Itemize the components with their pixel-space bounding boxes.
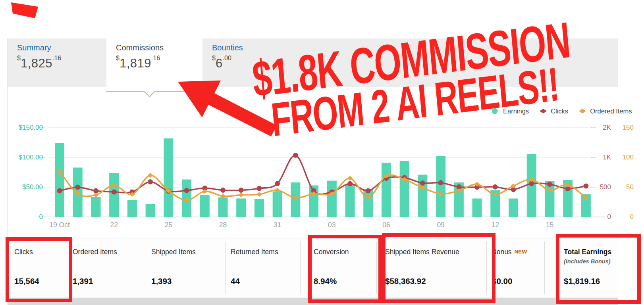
clicks-marker	[311, 188, 316, 194]
ordered-items-marker	[547, 188, 552, 193]
axis-tick-label: 1K	[603, 153, 611, 161]
stat-label: Ordered Items	[73, 248, 117, 256]
axis-tick-label: 19 Oct	[49, 221, 70, 229]
ordered-items-marker	[438, 192, 443, 196]
earnings-bar	[164, 138, 173, 217]
ordered-items-marker	[148, 173, 153, 178]
earnings-bar	[436, 156, 445, 217]
earnings-bar	[291, 182, 300, 217]
ordered-items-marker	[129, 192, 135, 197]
chart-legend: EarningsClicksOrdered Items	[492, 106, 632, 117]
earnings-bar	[91, 197, 100, 217]
ordered-items-marker	[492, 192, 498, 197]
circle-icon	[539, 108, 547, 114]
tab-bounties-label[interactable]: Bounties	[212, 43, 322, 52]
earnings-bar	[55, 143, 64, 217]
axis-tick-label: 100	[623, 153, 634, 161]
axis-tick-label: 500	[600, 183, 611, 191]
clicks-marker	[565, 186, 571, 191]
axis-tick-label: 25	[165, 221, 172, 229]
ordered-items-marker	[75, 192, 81, 196]
axis-tick-label: 0	[630, 213, 634, 221]
earnings-bar	[454, 182, 464, 217]
clicks-marker	[456, 184, 461, 190]
clicks-marker	[384, 176, 389, 181]
stats-divider	[300, 242, 301, 294]
axis-tick-label: 15	[546, 221, 553, 229]
clicks-line	[60, 155, 586, 194]
legend-label: Clicks	[551, 107, 568, 115]
axis-tick-label: 03	[328, 221, 335, 229]
clicks-marker	[474, 185, 480, 190]
circle-icon	[492, 108, 499, 114]
earnings-bar	[182, 180, 191, 217]
ordered-items-marker	[184, 198, 189, 203]
axis-tick-label: 0	[39, 213, 43, 221]
clicks-marker	[275, 181, 280, 186]
earnings-bar	[363, 189, 373, 217]
clicks-marker	[529, 181, 534, 186]
clicks-marker	[511, 187, 516, 192]
ordered-items-marker	[347, 176, 353, 181]
tab-commissions-label[interactable]: Commissions	[116, 43, 202, 52]
axis-tick-label: 150	[623, 124, 634, 131]
clicks-marker	[293, 153, 298, 158]
clicks-marker	[583, 184, 588, 189]
ordered-items-marker	[583, 196, 589, 200]
ordered-items-marker	[384, 174, 389, 178]
stats-divider	[225, 242, 226, 294]
tab-summary[interactable]: Summary $1,825.16	[8, 38, 106, 87]
stats-divider	[145, 242, 145, 294]
ordered-items-marker	[220, 194, 226, 199]
clicks-marker	[438, 180, 443, 185]
clicks-marker	[347, 181, 353, 186]
highlight-box-shipped-items-revenue	[382, 233, 496, 303]
clicks-marker	[239, 188, 244, 193]
clicks-marker	[148, 179, 153, 184]
stat-value: 1,393	[151, 276, 172, 286]
clicks-marker	[129, 190, 135, 195]
ordered-items-line	[60, 171, 586, 201]
highlight-box-clicks	[6, 237, 72, 302]
earnings-bar	[309, 186, 318, 217]
clicks-marker	[547, 182, 552, 187]
earnings-bar	[327, 181, 337, 217]
axis-tick-label: 0	[607, 213, 611, 221]
axis-tick-label: 06	[382, 221, 390, 229]
ordered-items-marker	[57, 169, 62, 174]
ordered-items-marker	[420, 186, 425, 190]
earnings-bar	[563, 180, 573, 217]
tab-summary-label[interactable]: Summary	[17, 43, 106, 52]
tab-commissions[interactable]: Commissions $1,819.16	[106, 38, 202, 91]
highlight-box-conversion	[308, 235, 382, 303]
earnings-bar	[581, 194, 591, 217]
corner-mark	[11, 2, 38, 18]
axis-tick-label: $50.00	[22, 183, 43, 191]
stats-divider	[544, 242, 545, 294]
new-badge: NEW	[515, 249, 527, 255]
earnings-bar	[146, 204, 155, 217]
axis-tick-label: 31	[274, 221, 281, 229]
earnings-bar	[545, 181, 554, 217]
ordered-items-marker	[474, 182, 480, 187]
ordered-items-marker	[275, 188, 280, 193]
earnings-bar	[273, 192, 282, 217]
ordered-items-marker	[402, 177, 407, 182]
earnings-bar	[490, 190, 500, 217]
legend-item-ordered-items[interactable]: Ordered Items	[578, 107, 632, 115]
clicks-marker	[75, 185, 80, 190]
earnings-bar	[200, 195, 210, 217]
axis-tick-label: 09	[437, 221, 444, 229]
clicks-marker	[166, 188, 171, 194]
ordered-items-marker	[93, 193, 98, 198]
clicks-marker	[184, 188, 189, 193]
clicks-marker	[57, 188, 62, 194]
legend-item-clicks[interactable]: Clicks	[539, 107, 568, 115]
stat-value: 44	[231, 276, 240, 286]
ordered-items-marker	[166, 188, 171, 193]
tab-commissions-amount: $1,819.16	[116, 55, 202, 71]
earnings-bar	[255, 199, 264, 217]
legend-item-earnings[interactable]: Earnings	[492, 107, 529, 115]
earnings-bar	[127, 200, 137, 217]
tab-bounties[interactable]: Bounties $6.00	[202, 38, 322, 87]
